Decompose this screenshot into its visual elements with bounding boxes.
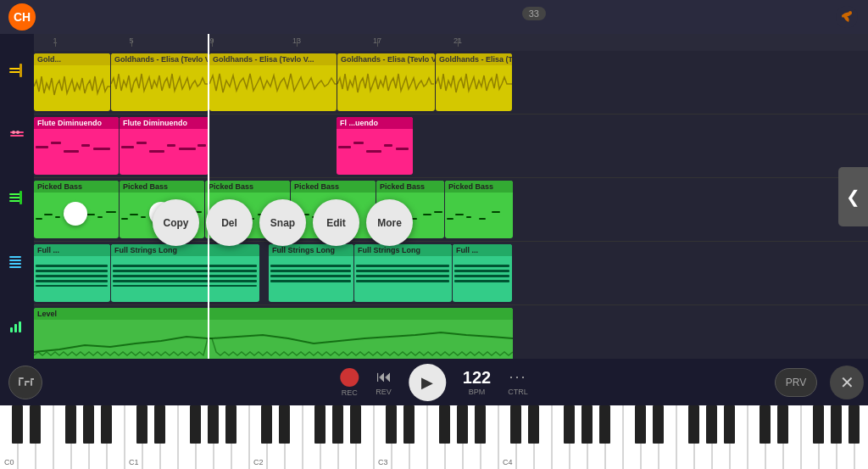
- transport-controls: REC ⏮ REV ▶ 122 BPM ··· CTRL: [340, 364, 527, 401]
- close-button[interactable]: ✕: [830, 366, 864, 399]
- svg-rect-30: [198, 144, 206, 147]
- track-icon-flute[interactable]: [1, 102, 33, 165]
- svg-rect-96: [19, 377, 24, 379]
- svg-rect-164: [350, 405, 361, 444]
- svg-rect-91: [454, 265, 509, 267]
- level-clip-1[interactable]: Level: [34, 308, 513, 359]
- svg-rect-182: [813, 405, 824, 444]
- svg-rect-177: [688, 405, 699, 444]
- svg-rect-69: [455, 214, 464, 215]
- timeline-ruler: 1 5 9 13 17 21: [34, 34, 868, 51]
- prv-button[interactable]: PRV: [775, 368, 817, 397]
- svg-rect-34: [384, 144, 392, 147]
- guitar-clip-4[interactable]: Goldhands - Elisa (Tevlo V...: [337, 53, 435, 111]
- piano-label-c0: C0: [4, 458, 14, 466]
- logo-text: CH: [14, 10, 31, 24]
- track-icon-bass[interactable]: [1, 165, 33, 229]
- app-logo[interactable]: CH: [8, 3, 36, 31]
- rec-label: REC: [342, 388, 358, 397]
- transport-bar: REC ⏮ REV ▶ 122 BPM ··· CTRL PRV ✕: [0, 359, 868, 405]
- strings-clip-5[interactable]: Full ...: [453, 244, 512, 302]
- flute-clip-1[interactable]: Flute Diminuendo: [34, 117, 119, 175]
- flute-clip-1-title: Flute Diminuendo: [34, 117, 119, 129]
- svg-rect-23: [81, 144, 90, 147]
- strings-clip-2[interactable]: Full Strings Long: [111, 244, 259, 302]
- bass-midi-6: [445, 193, 513, 231]
- guitar-clip-3[interactable]: Goldhands - Elisa (Tevlo V...: [209, 53, 337, 111]
- more-button[interactable]: More: [366, 199, 413, 246]
- svg-rect-75: [36, 275, 108, 277]
- play-button[interactable]: ▶: [409, 364, 446, 401]
- bass-handle-1[interactable]: [64, 202, 87, 226]
- flute-clip-2[interactable]: Flute Diminuendo: [120, 117, 209, 175]
- edit-button[interactable]: Edit: [313, 199, 359, 246]
- strings-clip-5-title: Full ...: [453, 244, 512, 256]
- rev-button[interactable]: ⏮ REV: [376, 368, 392, 396]
- svg-rect-99: [31, 380, 32, 386]
- strings-midi-2: [111, 256, 259, 294]
- svg-rect-38: [55, 216, 60, 218]
- svg-rect-16: [9, 266, 21, 268]
- scroll-right-button[interactable]: ❮: [838, 167, 868, 226]
- flute-midi-3: [337, 129, 413, 167]
- strings-clip-3[interactable]: Full Strings Long: [269, 244, 353, 302]
- svg-rect-92: [454, 270, 509, 272]
- svg-rect-67: [434, 211, 442, 213]
- track-icon-level[interactable]: [1, 293, 33, 356]
- bass-clip-6[interactable]: Picked Bass: [445, 181, 513, 238]
- svg-rect-82: [113, 285, 257, 287]
- svg-rect-154: [101, 405, 112, 444]
- level-clip-1-title: Level: [34, 308, 513, 320]
- mixer-icon: [17, 374, 34, 391]
- track-row-flute: Flute Diminuendo Flute Diminuendo: [34, 114, 868, 178]
- del-button[interactable]: Del: [206, 199, 253, 246]
- svg-rect-43: [106, 211, 116, 213]
- svg-rect-42: [97, 216, 103, 218]
- mixer-button[interactable]: [8, 366, 42, 399]
- track-icon-guitar[interactable]: [1, 38, 33, 102]
- guitar-clip-2-title: Goldhands - Elisa (Tevlo V...: [111, 53, 209, 65]
- svg-rect-78: [113, 265, 257, 267]
- ctrl-button[interactable]: ··· CTRL: [508, 368, 528, 396]
- svg-rect-183: [831, 405, 842, 444]
- guitar-clip-1-title: Gold...: [34, 53, 110, 65]
- svg-rect-172: [564, 405, 575, 444]
- svg-rect-80: [113, 275, 257, 277]
- piano-keyboard[interactable]: // This is decorative SVG, will be drawn…: [0, 405, 868, 469]
- svg-rect-13: [9, 256, 21, 258]
- strings-midi-4: [354, 256, 452, 294]
- bpm-display[interactable]: 122 BPM: [463, 368, 491, 396]
- piano-label-c1: C1: [129, 458, 139, 466]
- svg-rect-98: [25, 381, 30, 382]
- strings-midi-5: [453, 256, 512, 294]
- strings-midi-3: [269, 256, 353, 294]
- svg-rect-31: [338, 146, 351, 148]
- svg-rect-97: [25, 382, 26, 386]
- svg-rect-24: [93, 148, 110, 150]
- bird-icon[interactable]: [826, 0, 868, 34]
- guitar-clip-1[interactable]: Gold... // inline waveform - just use re…: [34, 53, 110, 111]
- svg-rect-66: [423, 214, 431, 215]
- svg-rect-12: [19, 191, 22, 204]
- svg-rect-3: [9, 71, 21, 73]
- svg-rect-35: [396, 148, 409, 150]
- strings-clip-1[interactable]: Full ...: [34, 244, 110, 302]
- guitar-clip-2[interactable]: Goldhands - Elisa (Tevlo V...: [111, 53, 209, 111]
- guitar-clip-5[interactable]: Goldhands - Elisa (Tevlo V...: [436, 53, 512, 111]
- svg-rect-70: [466, 216, 471, 218]
- track-icon-strings[interactable]: [1, 229, 33, 293]
- strings-clip-4[interactable]: Full Strings Long: [354, 244, 452, 302]
- ctrl-dots-icon: ···: [509, 368, 526, 386]
- close-icon: ✕: [840, 372, 854, 393]
- svg-rect-18: [14, 324, 17, 332]
- waveform-svg-2: [111, 65, 209, 103]
- snap-button[interactable]: Snap: [259, 199, 306, 246]
- svg-rect-165: [386, 405, 397, 444]
- flute-clip-3[interactable]: Fl ...uendo: [337, 117, 413, 175]
- chevron-right-icon: ❮: [846, 187, 860, 207]
- copy-button[interactable]: Copy: [153, 199, 199, 246]
- rec-button[interactable]: REC: [340, 368, 359, 397]
- bass-clip-1[interactable]: Picked Bass: [34, 181, 119, 238]
- track-row-guitar: Gold... // inline waveform - just use re…: [34, 51, 868, 114]
- strings-clip-1-title: Full ...: [34, 244, 110, 256]
